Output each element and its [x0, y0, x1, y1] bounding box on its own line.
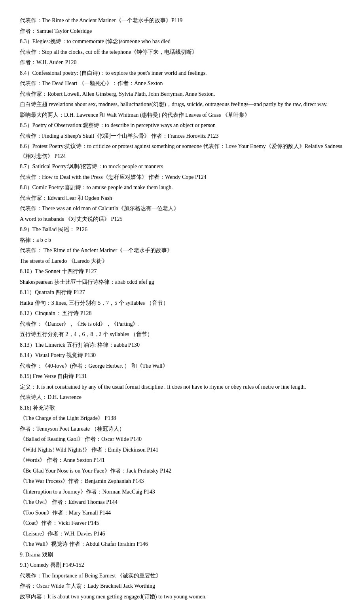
text-line: 定义：It is not constrained by any of the u… [20, 382, 344, 392]
text-line: 8.8）Comic Poetry:喜剧诗：to amuse people and… [20, 183, 344, 193]
text-line: 代表作：Finding a Sheep's Skull《找到一个山羊头骨》 作者… [20, 131, 344, 141]
text-line: 8.15) Free Verse 自由诗 P131 [20, 372, 344, 382]
text-line: 9. Drama 戏剧 [20, 550, 344, 560]
text-line: 代表作：Stop all the clocks, cut off the tel… [20, 47, 344, 57]
text-line: 8.14）Visual Poetry 视觉诗 P130 [20, 351, 344, 361]
text-line: 9.1) Comedy 喜剧 P149-152 [20, 560, 344, 570]
text-line: 代表作：The Rime of the Ancient Mariner《一个老水… [20, 16, 344, 26]
text-line: 《The Owl》 作者：Edward Thomas P144 [20, 497, 344, 507]
text-line: 故事内容：It is about two young men getting e… [20, 592, 344, 600]
text-line: 代表作： The Rime of the Ancient Mariner《一个老… [20, 246, 344, 256]
text-line: 代表作：How to Deal with the Press《怎样应对媒体》 作… [20, 173, 344, 182]
text-line: 代表作：There was an old man of Calcuttla《加尔… [20, 204, 344, 214]
text-line: 代表作：The Dead Heart 《一颗死心》：作者：Anne Sexton [20, 79, 344, 89]
text-line: 自白诗主题 revelations about sex, madness, ha… [20, 100, 344, 110]
text-line: 作者：Oscar Wilde 主人翁：Lady Bracknell Jack W… [20, 581, 344, 591]
text-line: 《Words》 作者：Anne Sexton P141 [20, 456, 344, 465]
text-line: 代表作：《40-love》(作者：George Herbert ） 和《The … [20, 361, 344, 371]
text-line: 格律：a b c b [20, 235, 344, 245]
text-line: Shakespearean 莎士比亚十四行诗格律：abab cdcd efef … [20, 277, 344, 287]
text-line: 作者：Tennyson Poet Laureate （桂冠诗人） [20, 424, 344, 434]
main-content: 代表作：The Rime of the Ancient Mariner《一个老水… [20, 16, 344, 600]
text-line: 《Ballad of Reading Gaol》 作者：Oscar Wilde … [20, 435, 344, 444]
text-line: 8.13）The Limerick 五行打油诗: 格律：aabba P130 [20, 340, 344, 350]
text-line: 8.12）Cinquain： 五行诗 P128 [20, 309, 344, 319]
text-line: 《The War Process》作者：Benjamin Zephaniah P… [20, 477, 344, 486]
text-line: 8.4）Confessional poetry: (自白诗)：to explor… [20, 68, 344, 78]
text-line: 《Leisure》作者：W.H. Davies P146 [20, 529, 344, 539]
text-line: 影响最大的两人：D.H. Lawrence 和 Walt Whitman (惠特… [20, 110, 344, 120]
text-line: 作者：Samuel Taylor Coleridge [20, 27, 344, 36]
text-line: 8.10）The Sonnet 十四行诗 P127 [20, 267, 344, 277]
text-line: 8.11）Quatrain 四行诗 P127 [20, 288, 344, 298]
text-line: 《Interruption to a Journey》作者：Norman Mac… [20, 487, 344, 497]
text-line: 《Wild Nights! Wild Nights!》 作者：Emily Dic… [20, 445, 344, 455]
text-line: 8.3）Elegies:挽诗：to commemorate (悼念)someon… [20, 37, 344, 47]
text-line: 《Coat》作者：Vicki Feaver P145 [20, 518, 344, 528]
text-line: 《Be Glad Your Nose is on Your Face》作者：Ja… [20, 466, 344, 476]
text-line: 代表作：The Importance of Being Earnest 《诚实的… [20, 571, 344, 581]
text-line: A word to husbands 《对丈夫说的话》 P125 [20, 215, 344, 224]
text-line: 《The Wall》视觉诗 作者：Abdul Ghafar Ibrahim P1… [20, 539, 344, 549]
text-line: 代表作家：Edward Lear 和 Ogden Nash [20, 194, 344, 203]
text-line: 《The Charge of the Light Brigade》 P138 [20, 414, 344, 423]
text-line: 五行诗五行分别有 2，4，6，8，2 个 syllables （音节） [20, 330, 344, 340]
text-line: 8.16) 补充诗歌 [20, 403, 344, 413]
text-line: 8.7）Satirical Poetry:讽刺/挖苦诗：to mock peop… [20, 162, 344, 172]
text-line: 作者：W.H. Auden P120 [20, 58, 344, 68]
text-line: 8.9）The Ballad 民谣： P126 [20, 225, 344, 235]
text-line: 8.6）Protest Poetry:抗议诗：to criticize or p… [20, 142, 344, 161]
text-line: 《Too Soon》作者：Mary Yarnall P144 [20, 508, 344, 518]
text-line: 代表作家：Robert Lowell, Allen Ginsberg, Sylv… [20, 89, 344, 99]
text-line: 代表诗人：D.H. Lawrence [20, 393, 344, 403]
text-line: 8.5）Poetry of Observation:观察诗：to describ… [20, 121, 344, 131]
text-line: 代表作：《Dancer》，《He is old》，《Parting》. [20, 319, 344, 329]
text-line: Haiku 俳句：3 lines, 三行分别有 5，7，5 个 syllable… [20, 298, 344, 308]
text-line: The streets of Laredo 《Laredo 大街》 [20, 256, 344, 266]
